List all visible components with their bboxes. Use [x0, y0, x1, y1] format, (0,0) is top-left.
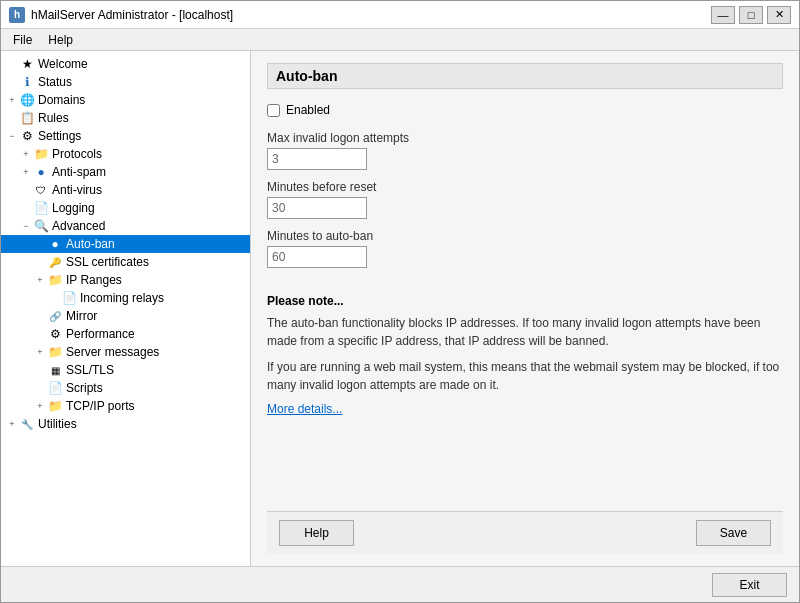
rules-icon: 📋	[19, 110, 35, 126]
enabled-checkbox[interactable]	[267, 104, 280, 117]
minutes-reset-group: Minutes before reset	[267, 180, 783, 219]
antivirus-icon: 🛡	[33, 182, 49, 198]
status-label: Status	[38, 75, 72, 89]
minimize-button[interactable]: —	[711, 6, 735, 24]
autoban-label: Auto-ban	[66, 237, 115, 251]
panel-title: Auto-ban	[267, 63, 783, 89]
sidebar-item-antivirus[interactable]: 🛡 Anti-virus	[1, 181, 250, 199]
help-button[interactable]: Help	[279, 520, 354, 546]
title-bar-left: h hMailServer Administrator - [localhost…	[9, 7, 233, 23]
welcome-label: Welcome	[38, 57, 88, 71]
logging-icon: 📄	[33, 200, 49, 216]
menu-bar: File Help	[1, 29, 799, 51]
sidebar-item-mirror[interactable]: 🔗 Mirror	[1, 307, 250, 325]
servermessages-label: Server messages	[66, 345, 159, 359]
sidebar-item-tcpports[interactable]: + 📁 TCP/IP ports	[1, 397, 250, 415]
settings-icon: ⚙	[19, 128, 35, 144]
tcpports-toggle[interactable]: +	[33, 401, 47, 411]
rules-label: Rules	[38, 111, 69, 125]
title-buttons: — □ ✕	[711, 6, 791, 24]
menu-file[interactable]: File	[5, 31, 40, 49]
more-details-link[interactable]: More details...	[267, 402, 342, 416]
antivirus-label: Anti-virus	[52, 183, 102, 197]
sslcerts-icon: 🔑	[47, 254, 63, 270]
sidebar-item-advanced[interactable]: − 🔍 Advanced	[1, 217, 250, 235]
domains-label: Domains	[38, 93, 85, 107]
domains-toggle[interactable]: +	[5, 95, 19, 105]
scripts-icon: 📄	[47, 380, 63, 396]
sidebar-item-status[interactable]: ℹ Status	[1, 73, 250, 91]
sidebar-item-sslcerts[interactable]: 🔑 SSL certificates	[1, 253, 250, 271]
welcome-icon: ★	[19, 56, 35, 72]
domains-icon: 🌐	[19, 92, 35, 108]
minutes-reset-input[interactable]	[267, 197, 367, 219]
mirror-label: Mirror	[66, 309, 97, 323]
enabled-label: Enabled	[286, 103, 330, 117]
minutes-ban-group: Minutes to auto-ban	[267, 229, 783, 268]
minutes-reset-label: Minutes before reset	[267, 180, 783, 194]
max-invalid-label: Max invalid logon attempts	[267, 131, 783, 145]
logging-label: Logging	[52, 201, 95, 215]
footer-bar: Exit	[1, 566, 799, 602]
advanced-label: Advanced	[52, 219, 105, 233]
note-section: Please note... The auto-ban functionalit…	[267, 294, 783, 416]
exit-button[interactable]: Exit	[712, 573, 787, 597]
settings-label: Settings	[38, 129, 81, 143]
performance-icon: ⚙	[47, 326, 63, 342]
sidebar-item-incomingrelays[interactable]: 📄 Incoming relays	[1, 289, 250, 307]
ipranges-label: IP Ranges	[66, 273, 122, 287]
content-area: ★ Welcome ℹ Status + 🌐 Domains 📋 Rules	[1, 51, 799, 566]
antispam-toggle[interactable]: +	[19, 167, 33, 177]
incomingrelays-label: Incoming relays	[80, 291, 164, 305]
performance-label: Performance	[66, 327, 135, 341]
advanced-icon: 🔍	[33, 218, 49, 234]
status-icon: ℹ	[19, 74, 35, 90]
minutes-ban-label: Minutes to auto-ban	[267, 229, 783, 243]
scripts-label: Scripts	[66, 381, 103, 395]
servermessages-toggle[interactable]: +	[33, 347, 47, 357]
sidebar-item-settings[interactable]: − ⚙ Settings	[1, 127, 250, 145]
ipranges-toggle[interactable]: +	[33, 275, 47, 285]
note-text-2: If you are running a web mail system, th…	[267, 358, 783, 394]
max-invalid-input[interactable]	[267, 148, 367, 170]
main-window: h hMailServer Administrator - [localhost…	[0, 0, 800, 603]
utilities-icon: 🔧	[19, 416, 35, 432]
sidebar-item-servermessages[interactable]: + 📁 Server messages	[1, 343, 250, 361]
sidebar-item-performance[interactable]: ⚙ Performance	[1, 325, 250, 343]
enabled-row: Enabled	[267, 103, 783, 117]
ipranges-icon: 📁	[47, 272, 63, 288]
sidebar-item-antispam[interactable]: + ● Anti-spam	[1, 163, 250, 181]
sidebar-item-domains[interactable]: + 🌐 Domains	[1, 91, 250, 109]
protocols-toggle[interactable]: +	[19, 149, 33, 159]
sslcerts-label: SSL certificates	[66, 255, 149, 269]
ssltls-icon: ▦	[47, 362, 63, 378]
sidebar-item-rules[interactable]: 📋 Rules	[1, 109, 250, 127]
maximize-button[interactable]: □	[739, 6, 763, 24]
sidebar: ★ Welcome ℹ Status + 🌐 Domains 📋 Rules	[1, 51, 251, 566]
sidebar-item-utilities[interactable]: + 🔧 Utilities	[1, 415, 250, 433]
menu-help[interactable]: Help	[40, 31, 81, 49]
incomingrelays-icon: 📄	[61, 290, 77, 306]
settings-toggle[interactable]: −	[5, 131, 19, 141]
close-button[interactable]: ✕	[767, 6, 791, 24]
utilities-toggle[interactable]: +	[5, 419, 19, 429]
sidebar-item-autoban[interactable]: ● Auto-ban	[1, 235, 250, 253]
protocols-label: Protocols	[52, 147, 102, 161]
tcpports-label: TCP/IP ports	[66, 399, 134, 413]
mirror-icon: 🔗	[47, 308, 63, 324]
sidebar-item-logging[interactable]: 📄 Logging	[1, 199, 250, 217]
sidebar-item-protocols[interactable]: + 📁 Protocols	[1, 145, 250, 163]
main-panel: Auto-ban Enabled Max invalid logon attem…	[251, 51, 799, 566]
antispam-icon: ●	[33, 164, 49, 180]
utilities-label: Utilities	[38, 417, 77, 431]
protocols-icon: 📁	[33, 146, 49, 162]
sidebar-item-ssltls[interactable]: ▦ SSL/TLS	[1, 361, 250, 379]
sidebar-item-welcome[interactable]: ★ Welcome	[1, 55, 250, 73]
advanced-toggle[interactable]: −	[19, 221, 33, 231]
save-button[interactable]: Save	[696, 520, 771, 546]
minutes-ban-input[interactable]	[267, 246, 367, 268]
bottom-buttons: Help Save	[267, 511, 783, 554]
servermessages-icon: 📁	[47, 344, 63, 360]
sidebar-item-ipranges[interactable]: + 📁 IP Ranges	[1, 271, 250, 289]
sidebar-item-scripts[interactable]: 📄 Scripts	[1, 379, 250, 397]
